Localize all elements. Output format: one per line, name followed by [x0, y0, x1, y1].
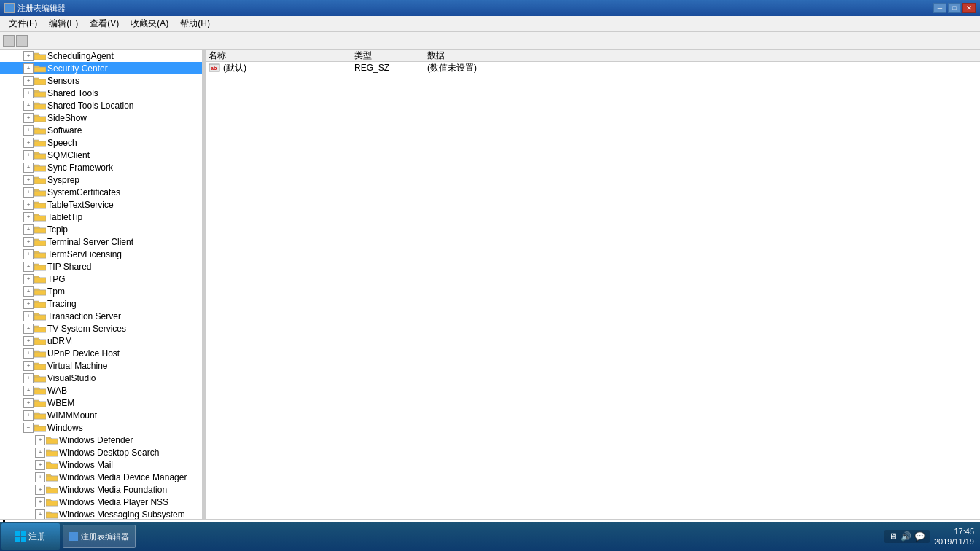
- taskbar-regedit[interactable]: 注册表编辑器: [63, 525, 136, 548]
- system-tray: 🖥 🔊 💬: [884, 530, 930, 543]
- expand-btn[interactable]: +: [23, 76, 34, 86]
- tree-item-scheduling-agent[interactable]: + SchedulingAgent: [0, 50, 202, 62]
- tree-item-tpm[interactable]: + Tpm: [0, 285, 202, 297]
- folder-icon: [46, 497, 58, 507]
- tree-item-transaction-server[interactable]: + Transaction Server: [0, 310, 202, 322]
- tree-item-wimmount[interactable]: + WIMMMount: [0, 409, 202, 421]
- tree-item-tcpip[interactable]: + Tcpip: [0, 223, 202, 235]
- tree-item-windows-media-player-nss[interactable]: + Windows Media Player NSS: [0, 496, 202, 508]
- tree-item-windows-media-device-manager[interactable]: + Windows Media Device Manager: [0, 471, 202, 483]
- tree-item-sensors[interactable]: + Sensors: [0, 74, 202, 87]
- menu-view[interactable]: 查看(V): [84, 17, 125, 31]
- expand-btn[interactable]: +: [23, 101, 34, 111]
- tree-item-sync-framework[interactable]: + Sync Framework: [0, 161, 202, 173]
- expand-btn[interactable]: +: [35, 485, 45, 495]
- expand-btn[interactable]: +: [23, 386, 34, 396]
- tree-item-windows-media-foundation[interactable]: + Windows Media Foundation: [0, 483, 202, 496]
- menu-edit[interactable]: 编辑(E): [43, 17, 84, 31]
- expand-btn[interactable]: −: [23, 423, 34, 433]
- expand-btn[interactable]: +: [23, 138, 34, 148]
- tree-item-tpg[interactable]: + TPG: [0, 273, 202, 285]
- expand-btn[interactable]: +: [35, 509, 45, 520]
- expand-btn[interactable]: +: [23, 373, 34, 383]
- tree-item-sqmclient[interactable]: + SQMClient: [0, 149, 202, 161]
- tree-item-windows[interactable]: − Windows: [0, 421, 202, 434]
- folder-icon: [34, 286, 46, 296]
- table-row[interactable]: ab (默认) REG_SZ (数值未设置): [206, 62, 980, 74]
- tree-item-tablettip[interactable]: + TabletTip: [0, 211, 202, 223]
- menu-file[interactable]: 文件(F): [3, 17, 43, 31]
- expand-btn[interactable]: +: [23, 51, 34, 61]
- tree-item-tip-shared[interactable]: + TIP Shared: [0, 260, 202, 273]
- tree-item-udrm[interactable]: + uDRM: [0, 335, 202, 347]
- tree-item-windows-messaging-subsystem[interactable]: + Windows Messaging Subsystem: [0, 508, 202, 519]
- tree-item-windows-defender[interactable]: + Windows Defender: [0, 434, 202, 446]
- tree-item-software[interactable]: + Software: [0, 124, 202, 136]
- expand-btn[interactable]: +: [23, 187, 34, 198]
- forward-button[interactable]: [16, 35, 28, 47]
- tree-item-shared-tools-location[interactable]: + Shared Tools Location: [0, 99, 202, 112]
- tree-item-shared-tools[interactable]: + Shared Tools: [0, 87, 202, 99]
- tree-item-wab[interactable]: + WAB: [0, 384, 202, 396]
- expand-btn[interactable]: +: [23, 249, 34, 259]
- svg-rect-41: [34, 302, 46, 308]
- expand-btn[interactable]: +: [23, 410, 34, 421]
- expand-btn[interactable]: +: [23, 274, 34, 284]
- tree-item-sysprep[interactable]: + Sysprep: [0, 173, 202, 186]
- menu-favorites[interactable]: 收藏夹(A): [125, 17, 174, 31]
- windows-logo-icon: [15, 531, 26, 542]
- expand-btn[interactable]: +: [35, 460, 45, 470]
- maximize-button[interactable]: □: [948, 3, 961, 13]
- tree-item-terminal-server-client[interactable]: + Terminal Server Client: [0, 235, 202, 248]
- back-button[interactable]: [3, 35, 15, 47]
- menu-help[interactable]: 帮助(H): [174, 17, 216, 31]
- expand-btn[interactable]: +: [23, 348, 34, 359]
- minimize-button[interactable]: ─: [933, 3, 946, 13]
- expand-btn[interactable]: +: [23, 224, 34, 235]
- tree-item-visualstudio[interactable]: + VisualStudio: [0, 372, 202, 384]
- tree-item-speech[interactable]: + Speech: [0, 136, 202, 149]
- value-name: (默认): [223, 62, 246, 74]
- expand-btn[interactable]: +: [23, 88, 34, 98]
- expand-btn[interactable]: +: [23, 125, 34, 136]
- tree-item-windows-desktop-search[interactable]: + Windows Desktop Search: [0, 446, 202, 458]
- expand-btn[interactable]: +: [23, 262, 34, 272]
- expand-btn[interactable]: +: [23, 212, 34, 222]
- tree-item-windows-mail[interactable]: + Windows Mail: [0, 458, 202, 471]
- col-header-name[interactable]: 名称: [206, 50, 351, 62]
- expand-btn[interactable]: +: [23, 286, 34, 297]
- expand-btn[interactable]: +: [23, 336, 34, 346]
- tree-item-security-center[interactable]: + Security Center: [0, 62, 202, 74]
- tree-pane[interactable]: + SchedulingAgent+ Security Center+ Sens…: [0, 50, 203, 519]
- expand-btn[interactable]: +: [23, 237, 34, 247]
- tree-item-tracing[interactable]: + Tracing: [0, 297, 202, 310]
- expand-btn[interactable]: +: [23, 163, 34, 173]
- close-button[interactable]: ✕: [962, 3, 976, 13]
- clock[interactable]: 17:45 2019/11/19: [934, 526, 974, 547]
- start-button[interactable]: 注册: [1, 523, 60, 550]
- expand-btn[interactable]: +: [23, 398, 34, 408]
- expand-btn[interactable]: +: [23, 299, 34, 309]
- tree-item-upnp-device-host[interactable]: + UPnP Device Host: [0, 347, 202, 359]
- col-header-type[interactable]: 类型: [351, 50, 424, 62]
- expand-btn[interactable]: +: [35, 472, 45, 482]
- expand-btn[interactable]: +: [35, 435, 45, 445]
- tree-item-wbem[interactable]: + WBEM: [0, 396, 202, 409]
- expand-btn[interactable]: +: [23, 150, 34, 160]
- expand-btn[interactable]: +: [35, 497, 45, 507]
- tree-item-tv-system-services[interactable]: + TV System Services: [0, 322, 202, 335]
- tree-item-sideshow[interactable]: + SideShow: [0, 112, 202, 124]
- expand-btn[interactable]: +: [23, 175, 34, 185]
- tree-item-systemcertificates[interactable]: + SystemCertificates: [0, 186, 202, 198]
- tree-item-virtual-machine[interactable]: + Virtual Machine: [0, 359, 202, 372]
- col-header-data[interactable]: 数据: [424, 50, 980, 62]
- expand-btn[interactable]: +: [23, 63, 34, 74]
- expand-btn[interactable]: +: [23, 361, 34, 371]
- expand-btn[interactable]: +: [23, 311, 34, 321]
- expand-btn[interactable]: +: [23, 324, 34, 334]
- tree-item-tabletextservice[interactable]: + TableTextService: [0, 198, 202, 211]
- expand-btn[interactable]: +: [23, 113, 34, 123]
- expand-btn[interactable]: +: [23, 200, 34, 210]
- tree-item-termservlicensing[interactable]: + TermServLicensing: [0, 248, 202, 260]
- expand-btn[interactable]: +: [35, 448, 45, 458]
